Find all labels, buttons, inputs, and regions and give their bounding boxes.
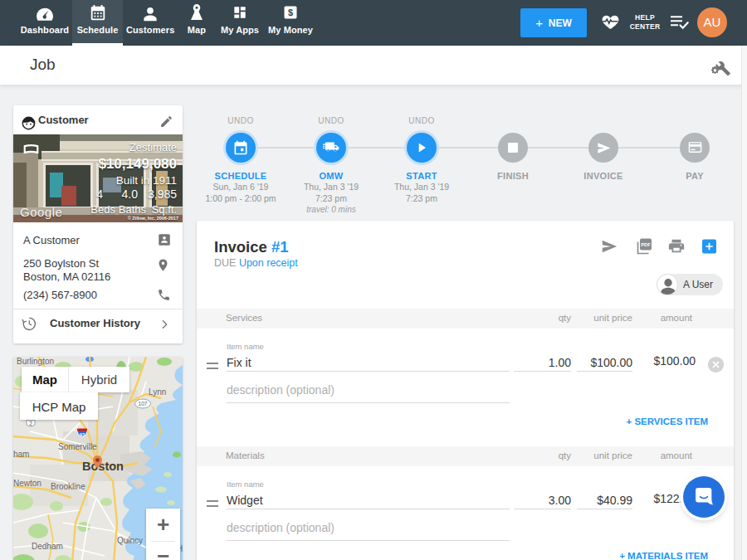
svg-text:Newton: Newton xyxy=(13,479,42,488)
svg-text:PDF: PDF xyxy=(641,242,651,247)
svg-text:93: 93 xyxy=(80,432,85,437)
svg-text:Boston: Boston xyxy=(82,460,124,473)
svg-text:Somerville: Somerville xyxy=(58,442,97,451)
svg-text:107: 107 xyxy=(139,401,148,407)
svg-text:$: $ xyxy=(288,7,293,17)
svg-text:Dedham: Dedham xyxy=(32,542,63,551)
svg-text:Brookline: Brookline xyxy=(51,482,85,491)
svg-text:2: 2 xyxy=(29,421,32,426)
svg-text:Quincy: Quincy xyxy=(117,536,143,545)
svg-text:Lynn: Lynn xyxy=(149,387,166,397)
svg-text:ham: ham xyxy=(13,450,29,459)
svg-text:Burlington: Burlington xyxy=(17,357,54,366)
